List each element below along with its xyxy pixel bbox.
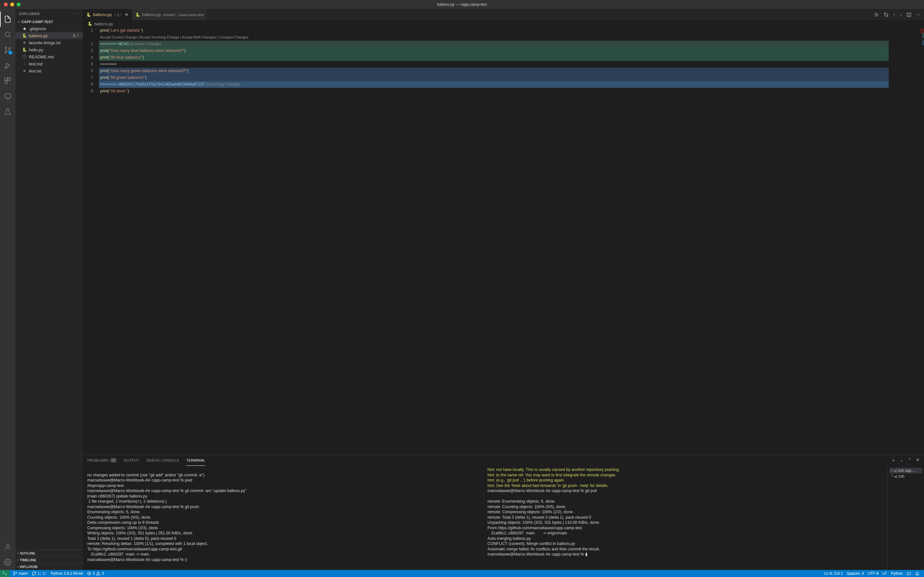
up-button[interactable]: ↑: [893, 12, 895, 17]
down-button[interactable]: ↓: [900, 12, 902, 17]
split-button[interactable]: [906, 12, 911, 17]
diff-button[interactable]: [884, 12, 889, 17]
status-remote[interactable]: [0, 570, 10, 577]
terminal-new-button[interactable]: ＋: [891, 458, 895, 463]
indent-label: Spaces: 4: [846, 571, 864, 576]
file-item[interactable]: 🐍hello.py: [15, 46, 83, 53]
code-line[interactable]: =======: [99, 61, 889, 68]
tab-close-button[interactable]: ✕: [125, 12, 128, 17]
code-line[interactable]: print("How many blue balloons were relea…: [99, 47, 889, 54]
panel-close-button[interactable]: ✕: [916, 458, 919, 463]
codelens-accept-both[interactable]: Accept Both Changes: [182, 35, 216, 39]
activity-extensions[interactable]: [0, 73, 15, 89]
status-cursor[interactable]: Ln 9, Col 1: [822, 570, 845, 577]
file-item[interactable]: ◆.gitignore: [15, 25, 83, 32]
activity-remote[interactable]: [0, 89, 15, 104]
tab-problems[interactable]: PROBLEMS3: [87, 455, 117, 466]
file-item[interactable]: ↓test.md: [15, 60, 83, 67]
terminal-name: zsh: [898, 474, 905, 479]
tab-output[interactable]: OUTPUT: [124, 455, 139, 466]
activity-debug[interactable]: [0, 58, 15, 73]
text-icon: ≡: [22, 40, 27, 45]
code-content[interactable]: print("Let's get started.")Accept Curren…: [99, 27, 889, 455]
file-name: test.txt: [29, 69, 41, 73]
code-line[interactable]: <<<<<<< HEAD (Current Change): [99, 41, 889, 47]
eol-label: LF: [883, 571, 887, 576]
python-icon: 🐍: [86, 12, 91, 17]
status-bar: main! 1↓ 1↑ Python 3.8.2 64-bit 3 0 Ln 9…: [0, 570, 924, 577]
status-feedback[interactable]: [905, 570, 913, 577]
sync-icon: [32, 571, 36, 576]
account-icon: [4, 543, 11, 551]
activity-search[interactable]: [0, 27, 15, 42]
terminal-list-item[interactable]: └▸] zsh: [889, 474, 922, 479]
files-icon: [4, 15, 11, 23]
terminal-list: ⌐▸] zsh cap…└▸] zsh: [887, 466, 924, 570]
status-eol[interactable]: LF: [881, 570, 889, 577]
line-number: 2: [83, 41, 93, 47]
tab-debug-console[interactable]: DEBUG CONSOLE: [146, 455, 179, 466]
code-line[interactable]: print("99 green balloons!"): [99, 74, 889, 81]
activity-testing[interactable]: [0, 104, 15, 119]
code-line[interactable]: print("How many green balloons were rele…: [99, 68, 889, 74]
terminal-pane-left[interactable]: no changes added to commit (use "git add…: [87, 467, 483, 569]
language-label: Python: [891, 571, 903, 576]
status-encoding[interactable]: UTF-8: [866, 570, 881, 577]
terminal-list-item[interactable]: ⌐▸] zsh cap…: [889, 468, 922, 474]
activity-accounts[interactable]: [0, 539, 15, 554]
status-language[interactable]: Python: [889, 570, 905, 577]
project-section[interactable]: ⌄ CAPP-CAMP-TEST: [15, 18, 83, 25]
tab-terminal[interactable]: TERMINAL: [186, 455, 205, 466]
outline-section[interactable]: ›OUTLINE: [15, 550, 83, 556]
status-sync[interactable]: 1↓ 1↑: [30, 570, 49, 577]
more-button[interactable]: ⋯: [916, 12, 920, 17]
remote-indicator-icon: [3, 571, 7, 576]
activity-bar: 1: [0, 9, 15, 570]
activity-settings[interactable]: [0, 554, 15, 570]
panel-maximize-button[interactable]: ⌃: [908, 458, 911, 463]
chevron-down-icon: ⌄: [17, 19, 20, 23]
run-button[interactable]: [874, 12, 879, 17]
window-close-button[interactable]: [4, 3, 8, 6]
file-item[interactable]: 🐍ballons.py3, !: [15, 32, 83, 39]
python-icon: 🐍: [22, 33, 27, 38]
status-branch[interactable]: main!: [11, 570, 30, 577]
influxdb-section[interactable]: ›INFLUXDB: [15, 563, 83, 570]
explorer-more-button[interactable]: ⋯: [75, 11, 79, 16]
editor-tab[interactable]: 🐍ballons.py/private/.../capp-camp-test: [132, 9, 207, 20]
status-notifications[interactable]: [913, 570, 921, 577]
status-problems[interactable]: 3 0: [85, 570, 106, 577]
warning-count: 0: [102, 571, 104, 576]
play-icon: [874, 12, 879, 17]
code-line[interactable]: >>>>>>> c660287c79d5247f1b7b41400a4d8334…: [99, 81, 889, 88]
git-ignore-icon: ◆: [22, 26, 27, 31]
terminal-dropdown-button[interactable]: ⌄: [900, 458, 903, 463]
file-item[interactable]: ≡favorite-things.txt: [15, 39, 83, 46]
status-indent[interactable]: Spaces: 4: [845, 570, 866, 577]
code-line[interactable]: print("All done."): [99, 88, 889, 95]
code-line[interactable]: print("Let's get started."): [99, 27, 889, 34]
code-line[interactable]: print("99 blue balloons!"): [99, 54, 889, 61]
minimap[interactable]: [889, 27, 924, 455]
svg-point-3: [9, 48, 11, 49]
activity-source-control[interactable]: 1: [0, 42, 15, 58]
codelens-accept-current[interactable]: Accept Current Change: [100, 35, 137, 39]
gear-icon: [4, 558, 11, 566]
codelens-accept-incoming[interactable]: Accept Incoming Change: [140, 35, 179, 39]
window-maximize-button[interactable]: [17, 3, 21, 6]
window-title: ballons.py — capp-camp-test: [437, 2, 487, 7]
file-item[interactable]: ⓘREADME.md: [15, 53, 83, 60]
file-item[interactable]: ≡test.txt: [15, 67, 83, 74]
branch-name: main!: [19, 571, 28, 576]
editor-tab[interactable]: 🐍ballons.py./ 3, !✕: [83, 9, 132, 20]
activity-explorer[interactable]: [0, 11, 15, 27]
window-minimize-button[interactable]: [10, 3, 14, 6]
terminal-pane-right[interactable]: hint: not have locally. This is usually …: [488, 467, 883, 569]
timeline-section[interactable]: ›TIMELINE: [15, 556, 83, 563]
split-icon: [906, 12, 911, 17]
svg-point-9: [6, 544, 9, 547]
codelens-compare[interactable]: Compare Changes: [219, 35, 248, 39]
breadcrumb[interactable]: 🐍 ballons.py: [83, 20, 924, 27]
status-python[interactable]: Python 3.8.2 64-bit: [49, 570, 85, 577]
markdown-icon: ↓: [22, 61, 27, 66]
